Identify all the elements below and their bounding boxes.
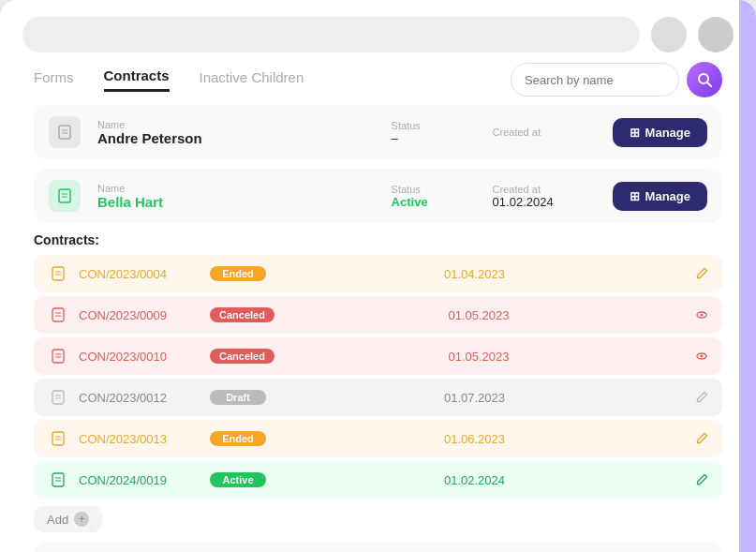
search-input[interactable] (511, 63, 679, 97)
edit-icon (694, 431, 709, 446)
tab-inactive-children[interactable]: Inactive Children (200, 69, 304, 91)
person-row-andre: Name Andre Peterson Status – Created at … (34, 105, 722, 159)
manage-icon-bella: ⊞ (630, 189, 640, 203)
andre-name: Andre Peterson (97, 130, 375, 146)
contract-badge: Draft (210, 390, 266, 405)
contract-date: 01.02.2024 (266, 473, 683, 487)
contract-row: CON/2023/0012 Draft 01.07.2023 (34, 379, 722, 416)
bella-name-label: Name (97, 183, 375, 194)
andre-manage-label: Manage (645, 126, 690, 140)
contract-doc-icon (50, 471, 67, 488)
edit-icon (694, 472, 709, 487)
person-row-bella: Name Bella Hart Status Active Created at… (34, 169, 722, 223)
bella-status-value: Active (392, 195, 476, 209)
tab-contracts[interactable]: Contracts (104, 67, 170, 92)
svg-rect-5 (59, 189, 70, 202)
contract-icon (47, 345, 69, 367)
bella-status: Status Active (392, 184, 476, 209)
add-label: Add (47, 513, 68, 527)
svg-point-15 (701, 314, 704, 317)
contract-icon (47, 304, 69, 326)
search-button[interactable] (687, 62, 722, 97)
svg-rect-24 (52, 432, 64, 445)
contract-action[interactable] (683, 472, 709, 487)
contract-doc-icon (50, 389, 67, 406)
contract-icon (47, 469, 69, 491)
andre-status: Status – (392, 120, 476, 145)
svg-rect-8 (52, 267, 64, 280)
eye-icon (694, 349, 709, 364)
person-icon-andre (49, 116, 81, 148)
bella-created-label: Created at (493, 184, 596, 195)
content-area: Name Andre Peterson Status – Created at … (0, 105, 756, 552)
top-bar (0, 0, 756, 62)
edit-icon (694, 266, 709, 281)
contract-doc-icon (50, 430, 67, 447)
andre-status-label: Status (392, 120, 476, 131)
add-icon: + (74, 512, 89, 527)
contract-badge: Ended (210, 266, 266, 281)
contract-date: 01.04.2023 (266, 267, 683, 281)
contract-badge: Ended (210, 431, 266, 446)
top-bar-search (22, 17, 640, 52)
andre-created: Created at (493, 127, 596, 138)
andre-created-label: Created at (493, 127, 596, 138)
contract-id: CON/2023/0009 (79, 308, 210, 322)
contract-date: 01.05.2023 (274, 350, 683, 364)
contract-icon (47, 386, 69, 409)
main-window: Forms Contracts Inactive Children (0, 0, 756, 552)
manage-icon: ⊞ (630, 126, 640, 140)
contract-id: CON/2023/0012 (79, 391, 210, 405)
bella-status-label: Status (392, 184, 476, 195)
svg-rect-2 (59, 126, 70, 139)
contract-icon (47, 262, 69, 285)
bella-manage-button[interactable]: ⊞ Manage (613, 182, 707, 211)
contract-row: CON/2023/0004 Ended 01.04.2023 (34, 255, 722, 292)
add-contract-button[interactable]: Add + (34, 506, 102, 532)
contract-row: CON/2023/0013 Ended 01.06.2023 (34, 420, 722, 457)
contract-action[interactable] (683, 390, 709, 405)
tab-forms[interactable]: Forms (34, 69, 74, 91)
person-icon-bella (49, 180, 81, 212)
contract-badge: Canceled (210, 307, 274, 322)
bella-info: Name Bella Hart (97, 183, 375, 210)
andre-manage-button[interactable]: ⊞ Manage (613, 118, 707, 147)
bella-created-value: 01.02.2024 (493, 195, 596, 209)
contracts-list: CON/2023/0004 Ended 01.04.2023 CON/2023/… (34, 255, 722, 499)
tabs-bar: Forms Contracts Inactive Children (0, 62, 756, 97)
contract-icon (47, 427, 69, 450)
contract-action[interactable] (683, 266, 709, 281)
contract-id: CON/2023/0010 (79, 350, 210, 364)
eye-icon (694, 307, 709, 322)
contract-action[interactable] (683, 431, 709, 446)
sidebar-purple-bar (739, 0, 756, 552)
contract-doc-icon (50, 265, 67, 282)
svg-rect-21 (52, 391, 64, 404)
contract-date: 01.06.2023 (266, 432, 683, 446)
top-bar-avatar1[interactable] (651, 17, 687, 52)
contract-id: CON/2024/0019 (79, 473, 210, 487)
bella-created: Created at 01.02.2024 (493, 184, 596, 209)
svg-rect-27 (52, 473, 64, 486)
contract-date: 01.07.2023 (266, 391, 683, 405)
document-icon-bella (56, 187, 73, 204)
contract-action[interactable] (683, 307, 709, 322)
contract-badge: Canceled (210, 349, 274, 364)
svg-rect-11 (52, 308, 64, 321)
contract-doc-icon (50, 348, 67, 365)
top-bar-avatar2[interactable] (698, 17, 734, 52)
contracts-section-label: Contracts: (34, 232, 722, 247)
contract-row: CON/2024/0019 Active 01.02.2024 (34, 461, 722, 499)
edit-icon (694, 390, 709, 405)
tabs-search-area (511, 62, 722, 97)
contract-doc-icon (50, 306, 67, 323)
contract-action[interactable] (683, 349, 709, 364)
search-icon (696, 71, 713, 88)
svg-line-1 (707, 82, 711, 86)
contract-row: CON/2023/0009 Canceled 01.05.2023 (34, 296, 722, 334)
person-row-david: Name David Smith Status Draft Created at… (34, 542, 722, 552)
contract-id: CON/2023/0004 (79, 267, 210, 281)
svg-point-20 (701, 355, 704, 358)
andre-name-label: Name (97, 119, 375, 130)
andre-info: Name Andre Peterson (97, 119, 375, 146)
